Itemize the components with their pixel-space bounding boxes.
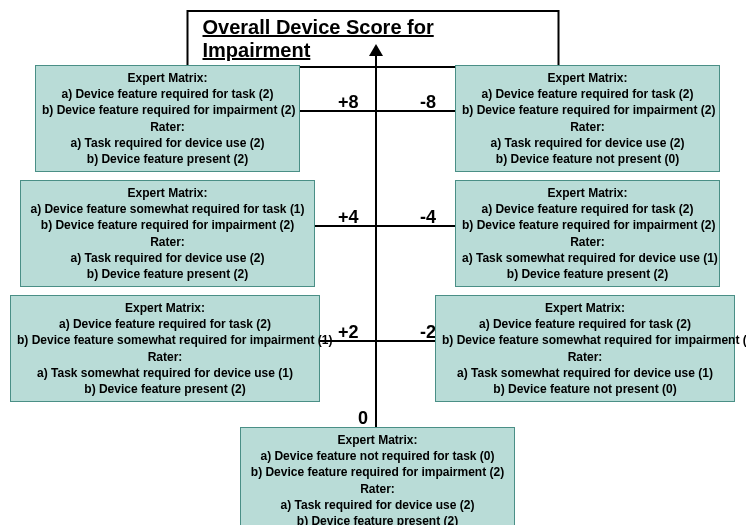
em-a: a) Device feature required for task (2) <box>42 86 293 102</box>
rater-header: Rater: <box>442 349 728 365</box>
score-zero: 0 <box>358 408 368 429</box>
em-b: b) Device feature somewhat required for … <box>442 332 728 348</box>
vertical-axis <box>375 50 377 430</box>
box-minus-4: Expert Matrix: a) Device feature require… <box>455 180 720 287</box>
em-b: b) Device feature required for impairmen… <box>42 102 293 118</box>
r-b: b) Device feature not present (0) <box>442 381 728 397</box>
r-b: b) Device feature present (2) <box>27 266 308 282</box>
r-a: a) Task somewhat required for device use… <box>17 365 313 381</box>
arrow-up-icon <box>369 44 383 56</box>
expert-header: Expert Matrix: <box>462 185 713 201</box>
expert-header: Expert Matrix: <box>442 300 728 316</box>
box-plus-8: Expert Matrix: a) Device feature require… <box>35 65 300 172</box>
rater-header: Rater: <box>462 234 713 250</box>
diagram-title: Overall Device Score for Impairment <box>187 10 560 68</box>
em-a: a) Device feature somewhat required for … <box>27 201 308 217</box>
em-a: a) Device feature not required for task … <box>247 448 508 464</box>
em-a: a) Device feature required for task (2) <box>462 86 713 102</box>
score-minus-8: -8 <box>420 92 436 113</box>
em-a: a) Device feature required for task (2) <box>442 316 728 332</box>
em-b: b) Device feature somewhat required for … <box>17 332 313 348</box>
box-minus-8: Expert Matrix: a) Device feature require… <box>455 65 720 172</box>
box-zero: Expert Matrix: a) Device feature not req… <box>240 427 515 525</box>
expert-header: Expert Matrix: <box>42 70 293 86</box>
r-b: b) Device feature present (2) <box>462 266 713 282</box>
r-a: a) Task required for device use (2) <box>42 135 293 151</box>
box-plus-4: Expert Matrix: a) Device feature somewha… <box>20 180 315 287</box>
score-plus-4: +4 <box>338 207 359 228</box>
r-b: b) Device feature present (2) <box>247 513 508 525</box>
box-minus-2: Expert Matrix: a) Device feature require… <box>435 295 735 402</box>
expert-header: Expert Matrix: <box>27 185 308 201</box>
rater-header: Rater: <box>17 349 313 365</box>
r-b: b) Device feature present (2) <box>17 381 313 397</box>
r-a: a) Task somewhat required for device use… <box>442 365 728 381</box>
score-minus-2: -2 <box>420 322 436 343</box>
rater-header: Rater: <box>247 481 508 497</box>
expert-header: Expert Matrix: <box>462 70 713 86</box>
rater-header: Rater: <box>42 119 293 135</box>
score-plus-2: +2 <box>338 322 359 343</box>
r-a: a) Task required for device use (2) <box>27 250 308 266</box>
em-b: b) Device feature required for impairmen… <box>247 464 508 480</box>
r-b: b) Device feature present (2) <box>42 151 293 167</box>
r-a: a) Task somewhat required for device use… <box>462 250 713 266</box>
r-b: b) Device feature not present (0) <box>462 151 713 167</box>
expert-header: Expert Matrix: <box>17 300 313 316</box>
r-a: a) Task required for device use (2) <box>247 497 508 513</box>
score-minus-4: -4 <box>420 207 436 228</box>
score-plus-8: +8 <box>338 92 359 113</box>
rater-header: Rater: <box>462 119 713 135</box>
em-b: b) Device feature required for impairmen… <box>27 217 308 233</box>
box-plus-2: Expert Matrix: a) Device feature require… <box>10 295 320 402</box>
r-a: a) Task required for device use (2) <box>462 135 713 151</box>
em-b: b) Device feature required for impairmen… <box>462 217 713 233</box>
expert-header: Expert Matrix: <box>247 432 508 448</box>
em-a: a) Device feature required for task (2) <box>462 201 713 217</box>
em-b: b) Device feature required for impairmen… <box>462 102 713 118</box>
rater-header: Rater: <box>27 234 308 250</box>
em-a: a) Device feature required for task (2) <box>17 316 313 332</box>
